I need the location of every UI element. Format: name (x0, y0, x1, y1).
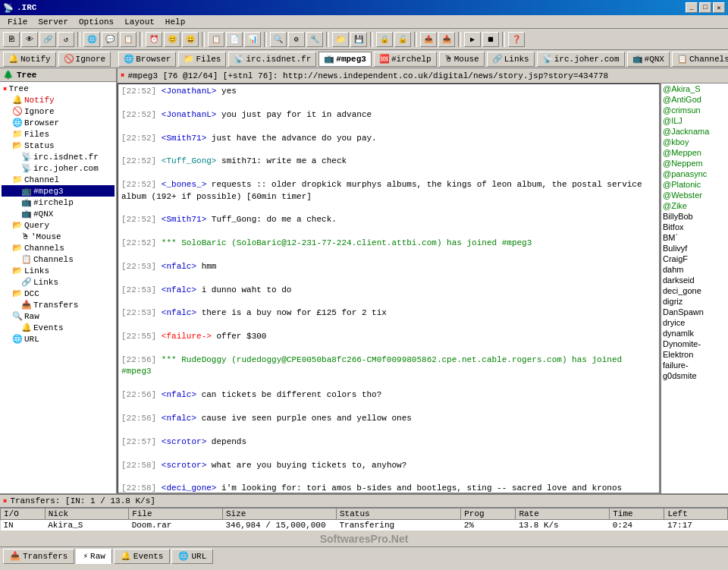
quick-joher[interactable]: 📡 irc.joher.com (537, 52, 625, 67)
quick-browser[interactable]: 🌐 Browser (118, 52, 176, 67)
menu-server[interactable]: Server (33, 17, 73, 27)
quick-channels[interactable]: 📋 Channels (672, 52, 728, 67)
user-kboy[interactable]: @kboy (661, 137, 728, 147)
tb-btn-6[interactable]: 💬 (102, 32, 118, 47)
sidebar-item-notify[interactable]: 🔔 Notify (2, 94, 115, 105)
tb-btn-16[interactable]: 🔧 (306, 32, 323, 47)
sidebar-item-links-folder[interactable]: 📂 Links (2, 265, 115, 276)
tb-btn-18[interactable]: 💾 (350, 32, 367, 47)
user-billybob[interactable]: BillyBob (661, 211, 728, 222)
tb-btn-20[interactable]: 🔓 (394, 32, 411, 47)
sidebar-item-query[interactable]: 📂 Query (2, 219, 115, 231)
tb-btn-12[interactable]: 📄 (226, 32, 243, 47)
sidebar-item-links[interactable]: 🔗 Links (2, 276, 115, 288)
user-craigf[interactable]: CraigF (661, 254, 728, 264)
user-antigod[interactable]: @AntiGod (661, 94, 728, 105)
sidebar-item-qnx[interactable]: 📺 #QNX (2, 208, 115, 219)
user-platonic[interactable]: @Platonic (661, 179, 728, 190)
user-dynomite[interactable]: Dynomite- (661, 339, 728, 349)
tb-btn-4[interactable]: ↺ (58, 32, 74, 47)
quick-ignore[interactable]: 🚫 Ignore (58, 52, 111, 67)
user-neppem[interactable]: @Neppem (661, 158, 728, 168)
quick-isdnet[interactable]: 📡 irc.isdnet.fr (228, 52, 316, 67)
tb-btn-25[interactable]: ❓ (508, 32, 525, 47)
quick-links[interactable]: 🔗 Links (487, 52, 535, 67)
quick-irchelp[interactable]: 🆘 #irchelp (374, 52, 437, 67)
tb-btn-19[interactable]: 🔒 (376, 32, 393, 47)
sidebar-item-irchelp[interactable]: 📺 #irchelp (2, 197, 115, 208)
tb-btn-11[interactable]: 📋 (208, 32, 224, 47)
tab-events[interactable]: 🔔 Events (114, 549, 171, 564)
tb-btn-13[interactable]: 📊 (244, 32, 261, 47)
tb-btn-5[interactable]: 🌐 (83, 32, 100, 47)
tab-url[interactable]: 🌐 URL (171, 549, 213, 564)
sidebar-item-mouse[interactable]: 🖱 'Mouse (2, 231, 115, 242)
sidebar-item-joher[interactable]: 📡 irc.joher.com (2, 162, 115, 174)
tb-btn-10[interactable]: 😀 (182, 32, 199, 47)
tb-btn-9[interactable]: 😊 (164, 32, 180, 47)
tb-btn-3[interactable]: 🔗 (39, 32, 56, 47)
user-darkseid[interactable]: darkseid (661, 275, 728, 285)
sidebar-item-channel[interactable]: 📁 Channel (2, 174, 115, 185)
sidebar-item-raw[interactable]: 🔍 Raw (2, 310, 115, 322)
maximize-button[interactable]: □ (699, 2, 711, 13)
tb-btn-15[interactable]: ⚙ (288, 32, 305, 47)
user-panasync[interactable]: @panasync (661, 168, 728, 179)
tab-raw[interactable]: ⚡ Raw (76, 549, 111, 564)
menu-help[interactable]: Help (161, 17, 190, 27)
sidebar-item-status[interactable]: 📂 Status (2, 140, 115, 151)
sidebar-item-isdnet[interactable]: 📡 irc.isdnet.fr (2, 151, 115, 162)
sidebar-item-mpeg3[interactable]: 📺 #mpeg3 (2, 185, 115, 197)
quick-files[interactable]: 📁 Files (178, 52, 226, 67)
sidebar-item-events[interactable]: 🔔 Events (2, 322, 115, 333)
user-dynamlk[interactable]: dynamlk (661, 328, 728, 339)
sidebar-item-dcc[interactable]: 📂 DCC (2, 288, 115, 299)
sidebar-item-tree[interactable]: ✖ Tree (2, 83, 115, 94)
tb-btn-23[interactable]: ▶ (464, 32, 481, 47)
quick-mouse[interactable]: 🖱 Mouse (439, 52, 485, 67)
user-bitfox[interactable]: Bitfox (661, 222, 728, 232)
sidebar-item-channels-folder[interactable]: 📂 Channels (2, 242, 115, 254)
sidebar-item-url[interactable]: 🌐 URL (2, 333, 115, 345)
user-jacknama[interactable]: @Jacknama (661, 126, 728, 137)
sidebar-item-ignore[interactable]: 🚫 Ignore (2, 105, 115, 117)
tab-transfers[interactable]: 📥 Transfers (3, 549, 74, 564)
user-bm[interactable]: BM` (661, 232, 728, 243)
tb-btn-24[interactable]: ⏹ (482, 32, 499, 47)
tb-btn-8[interactable]: ⏰ (146, 32, 162, 47)
user-elektron[interactable]: Elektron (661, 349, 728, 360)
user-g0dsmite[interactable]: g0dsmite (661, 370, 728, 381)
table-row[interactable]: IN Akira_S Doom.rar 346,984 / 15,000,000… (1, 520, 728, 531)
tb-btn-22[interactable]: 📥 (438, 32, 455, 47)
menu-layout[interactable]: Layout (120, 17, 159, 27)
minimize-button[interactable]: _ (686, 2, 698, 13)
close-button[interactable]: ✕ (713, 2, 725, 13)
menu-file[interactable]: File (3, 17, 32, 27)
user-ilj[interactable]: @ILJ (661, 115, 728, 126)
tb-btn-14[interactable]: 🔍 (270, 32, 287, 47)
user-digriz[interactable]: digriz (661, 296, 728, 307)
user-deci-gone[interactable]: deci_gone (661, 285, 728, 296)
user-akira[interactable]: @Akira_S (661, 83, 728, 94)
tb-btn-17[interactable]: 📁 (332, 32, 349, 47)
tb-btn-21[interactable]: 📤 (420, 32, 437, 47)
user-danspawn[interactable]: DanSpawn (661, 307, 728, 317)
user-meppen[interactable]: @Meppen (661, 147, 728, 158)
user-dahm[interactable]: dahm (661, 264, 728, 275)
sidebar-item-files[interactable]: 📁 Files (2, 128, 115, 140)
chat-messages[interactable]: [22:52] <JonathanL> yes [22:52] <Jonatha… (118, 83, 660, 493)
quick-qnx[interactable]: 📺 #QNX (627, 52, 670, 67)
sidebar-item-browser[interactable]: 🌐 Browser (2, 117, 115, 128)
sidebar-item-channels[interactable]: 📋 Channels (2, 254, 115, 265)
tb-btn-2[interactable]: 👁 (21, 32, 38, 47)
user-bulivyf[interactable]: Bulivyf (661, 243, 728, 254)
quick-notify[interactable]: 🔔 Notify (3, 52, 56, 67)
sidebar-item-transfers[interactable]: 📥 Transfers (2, 299, 115, 310)
tb-btn-1[interactable]: 🖹 (3, 32, 20, 47)
user-crimsun[interactable]: @crimsun (661, 105, 728, 115)
quick-mpeg3[interactable]: 📺 #mpeg3 (318, 52, 372, 67)
tb-btn-7[interactable]: 📋 (120, 32, 136, 47)
user-failure[interactable]: failure- (661, 360, 728, 370)
menu-options[interactable]: Options (74, 17, 118, 27)
user-zike[interactable]: @Zike (661, 200, 728, 211)
